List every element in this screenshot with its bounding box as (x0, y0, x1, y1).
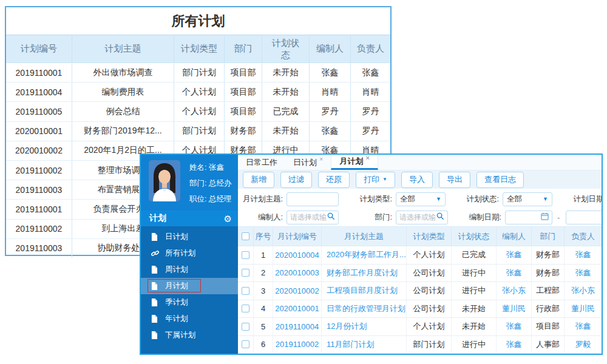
add-button[interactable]: 新增 (243, 172, 274, 188)
owner-link[interactable]: 罗毅 (565, 336, 602, 354)
cell-creator: 肖晴 (310, 83, 351, 101)
owner-link[interactable]: 董川民 (565, 300, 602, 318)
col-header-plan-status: 计划状态 (452, 227, 497, 246)
row-checkbox[interactable] (242, 251, 249, 259)
owner-link[interactable]: 张鑫 (565, 318, 602, 335)
view-log-button[interactable]: 查看日志 (476, 172, 524, 188)
table-row: 2 2020010003 财务部工作月度计划 公司计划 进行中 张鑫 财务部 张… (238, 265, 602, 283)
sidebar-item-year-plan[interactable]: 年计划 (141, 311, 238, 327)
plan-id-link[interactable]: 2019110004 (273, 318, 322, 335)
sidebar-item-quarter-plan[interactable]: 季计划 (141, 294, 238, 311)
creator-filter-label: 编制人: (239, 212, 283, 223)
cell-status: 未开始 (262, 122, 310, 141)
cell-status: 未开始 (262, 83, 310, 101)
checkbox-cell (238, 300, 254, 318)
plan-status-select[interactable]: 全部 ▼ (503, 192, 552, 206)
creator-link[interactable]: 董川民 (497, 300, 532, 318)
cell-type: 部门计划 (174, 63, 225, 82)
cell-subject: 外出做市场调查 (72, 63, 174, 82)
creator-link[interactable]: 张鑫 (497, 265, 532, 282)
plan-id-link[interactable]: 2020010001 (273, 300, 322, 318)
plan-subject-link[interactable]: 财务部工作月度计划 (322, 265, 407, 282)
tab-daily-work[interactable]: 日常工作 (238, 155, 285, 170)
sidebar-item-week-plan[interactable]: 周计划 (141, 261, 238, 278)
sidebar-item-all-plans[interactable]: 所有计划 (141, 245, 238, 261)
main-content: 日常工作 日计划 × 月计划 × 新增 过滤 还原 打印 ▼ 导入 导出 查看日… (238, 155, 602, 354)
owner-link[interactable]: 张鑫 (565, 265, 602, 282)
plan-id-link[interactable]: 2019110002 (273, 336, 322, 354)
table-row: 2020010001 财务部门2019年12... 部门计划 财务部 未开始 张… (6, 122, 390, 141)
filter-area: 月计划主题: 计划类型: 全部 ▼ 计划状态: 全部 ▼ 计划日期: 编制人: (238, 189, 602, 226)
file-icon (151, 233, 160, 241)
sidebar-section-label: 计划 (149, 213, 166, 224)
cell-plan-id: 2019110002 (6, 161, 72, 180)
cell-status: 进行中 (452, 336, 497, 354)
gear-icon[interactable]: ⚙ (224, 214, 232, 223)
cell-num: 4 (254, 300, 273, 318)
select-all-checkbox[interactable] (242, 232, 249, 240)
tab-day-plan[interactable]: 日计划 × (285, 155, 331, 170)
row-checkbox[interactable] (242, 340, 249, 348)
create-date-start-input[interactable] (505, 211, 552, 224)
filter-button[interactable]: 过滤 (280, 172, 312, 188)
owner-link[interactable]: 张鑫 (565, 246, 602, 264)
row-checkbox[interactable] (242, 269, 249, 277)
cell-dept: 项目部 (532, 318, 565, 335)
row-checkbox[interactable] (242, 287, 249, 295)
plan-subject-link[interactable]: 12月份计划 (322, 318, 407, 335)
sidebar-item-label: 日计划 (165, 232, 188, 242)
cell-type: 个人计划 (407, 318, 452, 335)
print-button[interactable]: 打印 ▼ (356, 172, 395, 188)
creator-input[interactable]: 请选择或输入 (287, 211, 339, 224)
checkbox-cell (238, 318, 254, 335)
col-header-owner: 负责人 (351, 35, 390, 62)
plan-id-link[interactable]: 2020010002 (273, 282, 322, 300)
close-icon[interactable]: × (319, 155, 323, 163)
search-icon[interactable] (327, 212, 335, 223)
sidebar-item-subordinate-plan[interactable]: 下属计划 (141, 327, 238, 343)
import-button[interactable]: 导入 (401, 172, 433, 188)
export-button[interactable]: 导出 (439, 172, 470, 188)
cell-creator: 张鑫 (310, 63, 351, 82)
plan-subject-link[interactable]: 日常的行政管理月计划 (322, 300, 407, 318)
calendar-icon[interactable] (541, 212, 549, 223)
row-checkbox[interactable] (242, 305, 249, 312)
cell-plan-id: 2019110003 (6, 239, 72, 258)
creator-link[interactable]: 张小东 (497, 282, 532, 300)
restore-button[interactable]: 还原 (318, 172, 350, 188)
plan-subject-link[interactable]: 工程项目部月度计划 (322, 282, 407, 300)
cell-dept: 财务部 (532, 265, 565, 282)
file-icon (151, 266, 160, 274)
month-plan-window: 姓名: 张鑫 部门: 总经办 职位: 总经理 计划 ⚙ 日计划 (140, 153, 603, 355)
cell-plan-id: 2020010002 (6, 141, 72, 160)
creator-link[interactable]: 张鑫 (497, 318, 532, 335)
creator-link[interactable]: 张鑫 (497, 246, 532, 264)
file-icon (151, 298, 160, 306)
month-plan-subject-input[interactable] (287, 192, 339, 206)
file-icon (151, 282, 160, 290)
dept-input[interactable]: 请选择或输入 (396, 211, 448, 224)
sidebar-menu: 日计划 所有计划 周计划 (141, 226, 238, 354)
owner-link[interactable]: 张小东 (565, 282, 602, 300)
cell-status: 已完成 (452, 246, 497, 264)
cell-status: 未开始 (262, 63, 310, 82)
plan-id-link[interactable]: 2020010003 (273, 265, 322, 282)
close-icon[interactable]: × (365, 155, 369, 161)
creator-link[interactable]: 张鑫 (497, 336, 532, 354)
cell-num: 3 (254, 282, 273, 300)
plan-subject-link[interactable]: 11月部门计划 (322, 336, 407, 354)
sidebar-item-month-plan[interactable]: 月计划 (141, 278, 238, 294)
tab-month-plan[interactable]: 月计划 × (331, 155, 378, 170)
plan-type-select[interactable]: 全部 ▼ (396, 192, 446, 206)
plan-id-link[interactable]: 2020010004 (273, 246, 322, 264)
cell-type: 部门计划 (407, 336, 452, 354)
table-row: 2019110005 例会总结 个人计划 项目部 已完成 罗丹 罗丹 (6, 102, 390, 121)
profile-position: 职位: 总经理 (189, 194, 231, 204)
sidebar-item-day-plan[interactable]: 日计划 (141, 229, 238, 245)
plan-subject-link[interactable]: 2020年财务部工作月... (322, 246, 407, 264)
row-checkbox[interactable] (242, 323, 249, 331)
link-icon (151, 249, 160, 257)
avatar-photo (149, 160, 180, 201)
create-date-end-input[interactable] (566, 211, 602, 224)
search-icon[interactable] (436, 212, 444, 223)
